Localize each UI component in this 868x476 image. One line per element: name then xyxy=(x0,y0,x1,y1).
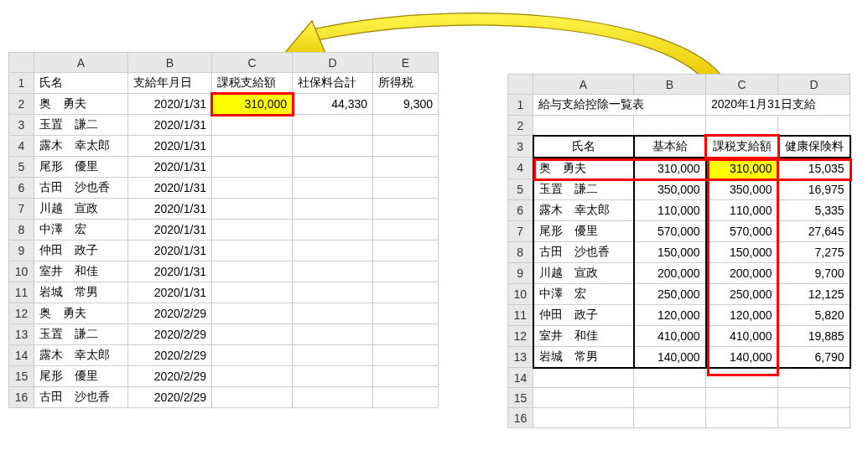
cell[interactable]: 2020/2/29 xyxy=(128,345,212,366)
row-header[interactable]: 15 xyxy=(508,388,533,408)
cell[interactable] xyxy=(373,345,439,366)
cell[interactable] xyxy=(373,282,439,303)
cell[interactable] xyxy=(778,368,850,388)
cell[interactable]: 27,645 xyxy=(778,220,850,241)
row-header[interactable]: 2 xyxy=(508,116,533,136)
cell[interactable] xyxy=(212,178,293,199)
cell[interactable]: 6,790 xyxy=(778,346,850,368)
cell[interactable]: 中澤 宏 xyxy=(34,220,128,241)
right-spreadsheet[interactable]: A B C D 1 給与支給控除一覧表 2020年1月31日支給 2 3 氏名 … xyxy=(507,74,851,428)
row-header[interactable]: 14 xyxy=(9,345,34,366)
cell[interactable] xyxy=(533,368,634,388)
row-header[interactable]: 3 xyxy=(9,115,34,136)
cell[interactable]: 9,300 xyxy=(373,94,439,115)
cell[interactable] xyxy=(293,178,373,199)
cell[interactable] xyxy=(212,199,293,220)
row-header[interactable]: 5 xyxy=(9,157,34,178)
select-all-corner[interactable] xyxy=(508,75,533,95)
cell[interactable] xyxy=(778,408,850,428)
cell[interactable]: 古田 沙也香 xyxy=(533,241,634,262)
cell[interactable]: 仲田 政子 xyxy=(533,304,634,325)
cell[interactable]: 310,000 xyxy=(212,94,293,115)
cell[interactable]: 支給年月日 xyxy=(128,73,212,94)
col-header-B[interactable]: B xyxy=(128,53,212,73)
cell[interactable]: 2020/1/31 xyxy=(128,157,212,178)
cell[interactable] xyxy=(373,157,439,178)
cell[interactable]: 奥 勇夫 xyxy=(34,94,128,115)
cell[interactable]: 岩城 常男 xyxy=(34,282,128,303)
cell[interactable] xyxy=(293,345,373,366)
cell[interactable] xyxy=(373,387,439,408)
cell[interactable]: 課税支給額 xyxy=(706,136,778,158)
cell[interactable]: 2020/2/29 xyxy=(128,324,212,345)
cell[interactable]: 室井 和佳 xyxy=(34,261,128,282)
cell[interactable]: 5,820 xyxy=(778,304,850,325)
cell[interactable] xyxy=(212,157,293,178)
cell[interactable]: 露木 幸太郎 xyxy=(533,199,634,220)
cell[interactable] xyxy=(373,199,439,220)
cell[interactable] xyxy=(293,220,373,241)
cell[interactable]: 2020/2/29 xyxy=(128,366,212,387)
col-header-A[interactable]: A xyxy=(34,53,128,73)
cell[interactable] xyxy=(212,220,293,241)
cell[interactable]: 玉置 謙二 xyxy=(34,115,128,136)
cell[interactable]: 120,000 xyxy=(634,304,706,325)
cell[interactable] xyxy=(212,282,293,303)
row-header[interactable]: 12 xyxy=(508,325,533,346)
col-header-C[interactable]: C xyxy=(212,53,293,73)
col-header-E[interactable]: E xyxy=(373,53,439,73)
left-spreadsheet[interactable]: A B C D E 1 氏名 支給年月日 課税支給額 社保料合計 所得税 2奥 … xyxy=(8,52,439,408)
row-header[interactable]: 7 xyxy=(508,220,533,241)
cell[interactable] xyxy=(212,387,293,408)
cell[interactable]: 2020/1/31 xyxy=(128,178,212,199)
cell[interactable]: 19,885 xyxy=(778,325,850,346)
cell[interactable] xyxy=(212,303,293,324)
cell[interactable]: 氏名 xyxy=(533,136,634,158)
row-header[interactable]: 13 xyxy=(508,346,533,368)
cell[interactable] xyxy=(212,324,293,345)
cell[interactable] xyxy=(373,115,439,136)
cell[interactable]: 2020/2/29 xyxy=(128,303,212,324)
cell[interactable]: 奥 勇夫 xyxy=(533,158,634,179)
row-header[interactable]: 6 xyxy=(9,178,34,199)
cell[interactable]: 410,000 xyxy=(706,325,778,346)
cell[interactable] xyxy=(706,368,778,388)
col-header-D[interactable]: D xyxy=(293,53,373,73)
row-header[interactable]: 6 xyxy=(508,199,533,220)
cell[interactable]: 2020/2/29 xyxy=(128,387,212,408)
col-header-A[interactable]: A xyxy=(533,75,634,95)
cell[interactable]: 2020/1/31 xyxy=(128,199,212,220)
row-header[interactable]: 15 xyxy=(9,366,34,387)
cell[interactable] xyxy=(533,388,634,408)
cell[interactable]: 玉置 謙二 xyxy=(533,178,634,199)
cell[interactable]: 410,000 xyxy=(634,325,706,346)
cell[interactable]: 古田 沙也香 xyxy=(34,387,128,408)
cell[interactable]: 350,000 xyxy=(706,178,778,199)
cell[interactable] xyxy=(293,366,373,387)
cell[interactable]: 中澤 宏 xyxy=(533,283,634,304)
cell[interactable]: 健康保険料 xyxy=(778,136,850,158)
cell[interactable]: 350,000 xyxy=(634,178,706,199)
cell[interactable]: 所得税 xyxy=(373,73,439,94)
cell[interactable] xyxy=(373,178,439,199)
cell[interactable]: 200,000 xyxy=(634,262,706,283)
cell[interactable]: 150,000 xyxy=(634,241,706,262)
cell[interactable] xyxy=(293,136,373,157)
row-header[interactable]: 2 xyxy=(9,94,34,115)
cell[interactable]: 150,000 xyxy=(706,241,778,262)
row-header[interactable]: 9 xyxy=(9,241,34,261)
cell[interactable]: 7,275 xyxy=(778,241,850,262)
cell[interactable] xyxy=(634,368,706,388)
cell[interactable] xyxy=(293,115,373,136)
cell[interactable] xyxy=(373,261,439,282)
row-header[interactable]: 10 xyxy=(9,261,34,282)
cell[interactable]: 16,975 xyxy=(778,178,850,199)
cell[interactable]: 310,000 xyxy=(634,158,706,179)
cell[interactable]: 570,000 xyxy=(706,220,778,241)
cell[interactable]: 310,000 xyxy=(706,158,778,179)
cell[interactable]: 250,000 xyxy=(706,283,778,304)
cell[interactable] xyxy=(373,366,439,387)
cell[interactable] xyxy=(533,408,634,428)
cell[interactable]: 基本給 xyxy=(634,136,706,158)
row-header[interactable]: 9 xyxy=(508,262,533,283)
